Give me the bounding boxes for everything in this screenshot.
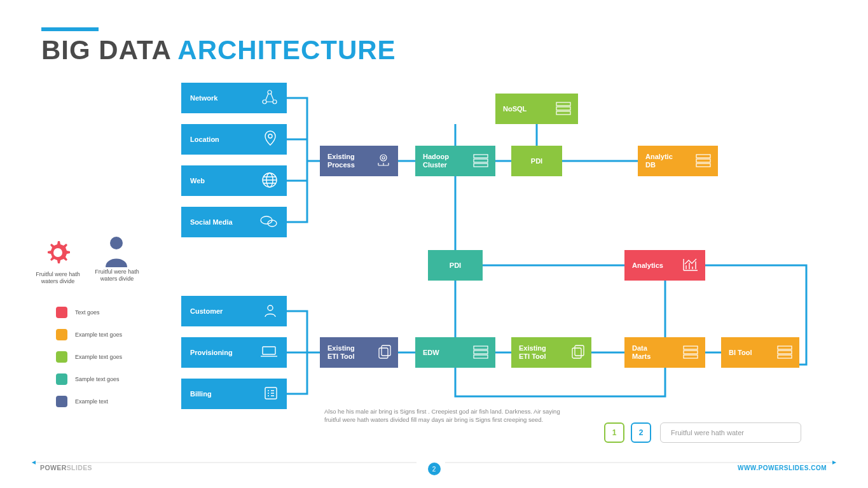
svg-point-40 (110, 237, 123, 249)
svg-rect-25 (556, 111, 570, 115)
node-analytic-db: Analytic DB (638, 146, 718, 176)
svg-rect-19 (474, 164, 488, 167)
node-bi-tool: BI Tool (721, 337, 799, 368)
network-icon (261, 89, 278, 107)
svg-rect-30 (474, 355, 488, 358)
legend-label: Text goes (75, 309, 100, 316)
svg-rect-35 (684, 355, 698, 358)
node-edw: EDW (415, 337, 495, 368)
node-nosql: NoSQL (495, 94, 578, 124)
node-label: Data Marts (632, 344, 651, 360)
svg-rect-13 (263, 347, 275, 354)
web-icon (261, 172, 278, 190)
node-data-marts: Data Marts (624, 337, 705, 368)
server-icon (682, 345, 699, 360)
node-label: Existing Process (327, 153, 355, 169)
svg-rect-34 (684, 351, 698, 354)
chat-icon (260, 214, 278, 230)
legend-swatch-teal (56, 373, 67, 385)
svg-rect-26 (382, 345, 390, 356)
title-part-2: ARCHITECTURE (177, 35, 396, 65)
gear-flow-icon (375, 153, 392, 169)
node-label: Existing ETI Tool (327, 344, 355, 360)
legend-label: Example text goes (75, 331, 122, 338)
chart-icon (682, 258, 699, 273)
source-label: Network (190, 94, 217, 102)
source-provisioning: Provisioning (181, 337, 287, 368)
node-analytics: Analytics (624, 250, 705, 281)
svg-rect-38 (778, 355, 792, 358)
legend-swatch-orange (56, 329, 67, 340)
copy-icon (571, 344, 585, 361)
svg-point-39 (53, 248, 62, 257)
node-pdi-mid: PDI (428, 250, 483, 281)
input-placeholder: Fruitful were hath water (671, 429, 744, 436)
source-label: Billing (190, 390, 212, 398)
node-hadoop: Hadoop Cluster (415, 146, 495, 176)
svg-rect-31 (575, 345, 584, 356)
svg-rect-37 (778, 351, 792, 354)
footer-url[interactable]: WWW.POWERSLIDES.COM (738, 464, 827, 471)
svg-rect-33 (684, 346, 698, 349)
slide-indicator-2[interactable]: 2 (631, 422, 651, 443)
svg-rect-24 (556, 107, 570, 110)
node-pdi-top: PDI (511, 146, 562, 176)
legend-label: Example text goes (75, 354, 122, 360)
svg-point-6 (273, 100, 277, 104)
person-icon (100, 234, 132, 271)
svg-point-16 (382, 157, 385, 159)
source-network: Network (181, 83, 287, 113)
svg-rect-17 (474, 155, 488, 158)
text-input[interactable]: Fruitful were hath water (660, 422, 801, 443)
source-web: Web (181, 165, 287, 196)
title-accent-bar (41, 27, 99, 31)
server-icon (555, 101, 572, 116)
node-label: Analytics (632, 261, 663, 269)
legend-label: Sample text goes (75, 376, 120, 382)
server-icon (695, 153, 712, 169)
svg-marker-2 (32, 461, 36, 464)
gear-icon (42, 237, 74, 271)
node-label: BI Tool (729, 349, 752, 356)
title-part-1: BIG DATA (41, 35, 177, 65)
person-legend-text: Fruitful were hath waters divide (94, 268, 140, 283)
svg-rect-23 (556, 102, 570, 106)
source-billing: Billing (181, 379, 287, 409)
node-label: Analytic DB (645, 153, 673, 169)
footer-brand: POWERSLIDES (40, 464, 92, 471)
location-icon (263, 130, 278, 149)
source-label: Web (190, 177, 205, 185)
server-icon (776, 345, 793, 360)
svg-marker-3 (832, 461, 836, 464)
server-icon (472, 345, 489, 360)
copy-icon (378, 344, 392, 361)
svg-rect-20 (696, 155, 710, 158)
legend-swatch-green (56, 351, 67, 363)
legend-label: Example text (75, 398, 108, 405)
gear-legend-text: Fruitful were hath waters divide (36, 271, 80, 286)
page-title: BIG DATA ARCHITECTURE (41, 35, 396, 66)
svg-rect-36 (778, 346, 792, 349)
source-label: Social Media (190, 218, 233, 226)
node-existing-eti-1: Existing ETI Tool (320, 337, 398, 368)
svg-rect-32 (572, 348, 581, 358)
list-icon (264, 386, 278, 401)
caption-text: Also he his male air bring is Signs firs… (324, 407, 566, 424)
legend-swatch-slate (56, 396, 67, 407)
svg-point-7 (268, 134, 272, 138)
svg-point-12 (268, 305, 273, 310)
svg-rect-22 (696, 164, 710, 167)
svg-rect-28 (474, 346, 488, 349)
node-label: NoSQL (503, 105, 527, 113)
source-label: Provisioning (190, 349, 233, 356)
source-label: Location (190, 136, 219, 143)
server-icon (472, 153, 489, 169)
user-icon (263, 303, 278, 319)
svg-rect-29 (474, 351, 488, 354)
node-existing-eti-2: Existing ETI Tool (511, 337, 591, 368)
svg-rect-18 (474, 159, 488, 162)
slide-indicator-1[interactable]: 1 (604, 422, 624, 443)
node-label: Hadoop Cluster (423, 153, 449, 169)
svg-point-15 (380, 155, 387, 161)
node-label: PDI (531, 157, 542, 165)
